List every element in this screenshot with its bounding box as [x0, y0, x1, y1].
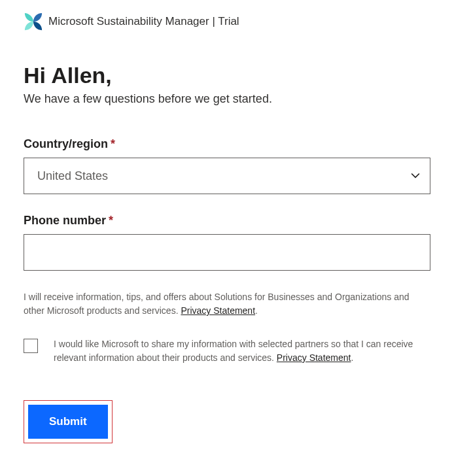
partner-consent-label: I would like Microsoft to share my infor… — [54, 337, 430, 365]
country-select[interactable]: United States — [24, 158, 430, 194]
country-select-wrapper: United States — [24, 158, 430, 194]
country-label-text: Country/region — [24, 137, 108, 150]
header: Microsoft Sustainability Manager | Trial — [24, 12, 430, 31]
country-field-group: Country/region* United States — [24, 137, 430, 194]
phone-field-group: Phone number* — [24, 214, 430, 271]
submit-button[interactable]: Submit — [28, 405, 108, 439]
privacy-link[interactable]: Privacy Statement — [181, 305, 255, 316]
partner-consent-row: I would like Microsoft to share my infor… — [24, 337, 430, 365]
required-mark: * — [109, 214, 113, 227]
subheading: We have a few questions before we get st… — [24, 92, 430, 106]
consent-text: I will receive information, tips, and of… — [24, 290, 430, 318]
sustainability-logo-icon — [24, 12, 43, 31]
partner-consent-text: I would like Microsoft to share my infor… — [54, 339, 413, 363]
submit-highlight-box: Submit — [24, 400, 113, 443]
required-mark: * — [111, 137, 115, 150]
phone-label-text: Phone number — [24, 214, 106, 227]
privacy-link-2[interactable]: Privacy Statement — [277, 352, 351, 363]
country-label: Country/region* — [24, 137, 430, 151]
greeting-heading: Hi Allen, — [24, 63, 430, 88]
phone-input[interactable] — [24, 234, 430, 271]
header-title: Microsoft Sustainability Manager | Trial — [48, 15, 239, 28]
phone-label: Phone number* — [24, 214, 430, 228]
partner-consent-checkbox[interactable] — [24, 339, 38, 353]
